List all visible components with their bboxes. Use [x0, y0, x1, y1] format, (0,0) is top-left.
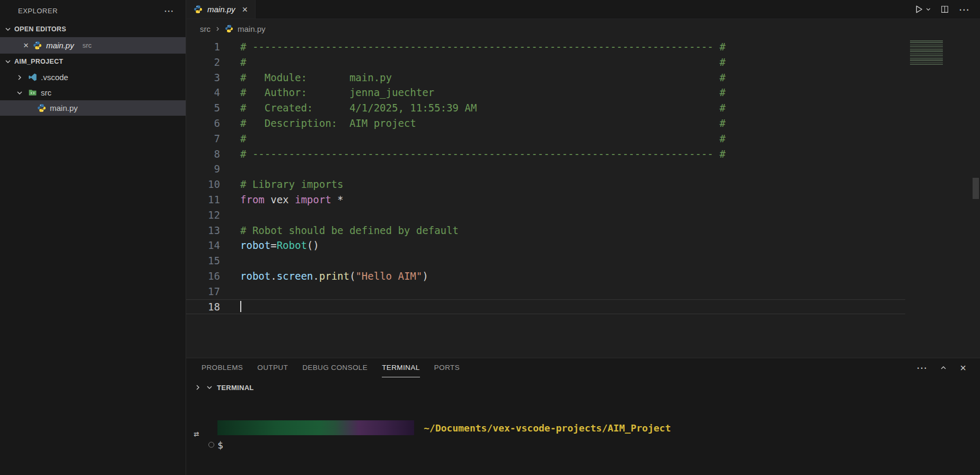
code-line[interactable]: 15	[186, 253, 905, 269]
code-token: print	[319, 270, 349, 282]
panel-tab-output[interactable]: OUTPUT	[257, 358, 288, 377]
text-cursor	[240, 301, 241, 312]
tree-item-src-folder[interactable]: src	[0, 85, 186, 100]
tab-close-icon[interactable]: ×	[242, 5, 248, 14]
command-decoration-icon[interactable]	[208, 442, 214, 448]
code-line[interactable]: 18	[186, 299, 905, 315]
breadcrumb-file[interactable]: main.py	[238, 24, 266, 33]
code-line[interactable]: 13# Robot should be defined by default	[186, 223, 905, 238]
tree-item-main-py[interactable]: main.py	[0, 100, 186, 116]
play-icon	[914, 4, 924, 14]
tree-item-label: .vscode	[41, 73, 68, 82]
line-number[interactable]: 18	[186, 299, 220, 315]
code-token: .	[313, 270, 319, 282]
python-file-icon	[37, 103, 46, 113]
code-token: Robot	[277, 239, 307, 251]
code-line[interactable]: 9	[186, 161, 905, 177]
line-number[interactable]: 14	[186, 238, 220, 253]
line-content: # #	[220, 131, 725, 146]
terminal-input-line[interactable]: $	[186, 437, 980, 453]
close-editor-icon[interactable]: ×	[23, 41, 29, 50]
line-number[interactable]: 2	[186, 55, 220, 70]
code-line[interactable]: 16robot.screen.print("Hello AIM")	[186, 269, 905, 284]
code-token: # Library imports	[240, 178, 343, 190]
panel-tab-problems[interactable]: PROBLEMS	[202, 358, 243, 377]
line-number[interactable]: 6	[186, 116, 220, 131]
line-number[interactable]: 8	[186, 146, 220, 162]
code-line[interactable]: 1# -------------------------------------…	[186, 39, 905, 55]
panel-tab-ports[interactable]: PORTS	[434, 358, 460, 377]
line-number[interactable]: 4	[186, 85, 220, 100]
code-token: # Robot should be defined by default	[240, 224, 459, 236]
code-token: # Created: 4/1/2025, 11:55:39 AM #	[240, 102, 725, 114]
code-line[interactable]: 6# Description: AIM project #	[186, 116, 905, 131]
code-token: robot	[240, 270, 270, 282]
explorer-more-actions-button[interactable]: ⋯	[161, 5, 177, 17]
code-editor[interactable]: 1# -------------------------------------…	[186, 39, 980, 358]
code-line[interactable]: 5# Created: 4/1/2025, 11:55:39 AM #	[186, 100, 905, 116]
line-content: # #	[220, 55, 725, 70]
tab-main-py[interactable]: main.py ×	[186, 0, 256, 19]
split-editor-button[interactable]	[940, 5, 949, 14]
terminal-section-header[interactable]: TERMINAL	[186, 377, 980, 398]
code-line[interactable]: 14robot=Robot()	[186, 238, 905, 253]
breadcrumb-folder[interactable]: src	[200, 24, 211, 33]
code-token: # --------------------------------------…	[240, 148, 725, 160]
line-number[interactable]: 15	[186, 253, 220, 269]
panel-close-button[interactable]: ×	[957, 361, 969, 374]
line-number[interactable]: 12	[186, 208, 220, 223]
code-token: screen	[277, 270, 313, 282]
code-line[interactable]: 12	[186, 208, 905, 223]
code-token: vex	[265, 194, 295, 205]
code-line[interactable]: 17	[186, 284, 905, 299]
line-number[interactable]: 9	[186, 161, 220, 177]
code-line[interactable]: 7# #	[186, 131, 905, 146]
code-line[interactable]: 2# #	[186, 55, 905, 70]
explorer-sidebar: EXPLORER ⋯ OPEN EDITORS × main.py src	[0, 0, 186, 475]
panel-tab-terminal[interactable]: TERMINAL	[382, 358, 419, 377]
tree-item-label: main.py	[50, 103, 78, 113]
panel-tab-debug-console[interactable]: DEBUG CONSOLE	[302, 358, 368, 377]
python-file-icon	[225, 24, 234, 33]
python-file-icon	[33, 41, 42, 50]
code-lines: 1# -------------------------------------…	[186, 39, 980, 314]
panel-maximize-button[interactable]	[939, 364, 948, 372]
line-number[interactable]: 3	[186, 70, 220, 85]
line-number[interactable]: 11	[186, 192, 220, 208]
line-number[interactable]: 13	[186, 223, 220, 238]
panel-more-actions-button[interactable]: ⋯	[913, 361, 930, 374]
chevron-right-icon	[214, 25, 221, 32]
code-token: from	[240, 194, 265, 205]
terminal[interactable]: ⇄ ~/Documents/vex-vscode-projects/AIM_Pr…	[186, 420, 980, 475]
line-content	[220, 253, 240, 269]
project-section-header[interactable]: AIM_PROJECT	[0, 54, 186, 70]
editor-more-actions-button[interactable]: ⋯	[958, 3, 970, 16]
code-line[interactable]: 8# -------------------------------------…	[186, 146, 905, 162]
line-content: # --------------------------------------…	[220, 146, 725, 162]
code-token: "Hello AIM"	[355, 270, 422, 282]
open-editor-item[interactable]: × main.py src	[0, 37, 186, 54]
line-number[interactable]: 10	[186, 177, 220, 192]
line-number[interactable]: 17	[186, 284, 220, 299]
code-token: .	[270, 270, 276, 282]
code-line[interactable]: 10# Library imports	[186, 177, 905, 192]
run-button[interactable]	[914, 4, 932, 14]
tree-item-vscode-folder[interactable]: .vscode	[0, 70, 186, 85]
open-editors-section-header[interactable]: OPEN EDITORS	[0, 21, 186, 37]
editor-scrollbar[interactable]	[973, 178, 979, 199]
line-number[interactable]: 1	[186, 39, 220, 55]
minimap[interactable]	[910, 40, 955, 65]
code-line[interactable]: 11from vex import *	[186, 192, 905, 208]
line-number[interactable]: 7	[186, 131, 220, 146]
chevron-down-icon	[205, 383, 214, 392]
terminal-section-label: TERMINAL	[217, 384, 254, 392]
line-number[interactable]: 5	[186, 100, 220, 116]
tab-bar: main.py × ⋯	[186, 0, 980, 19]
tree-item-label: src	[41, 88, 51, 97]
line-content	[220, 284, 240, 299]
line-number[interactable]: 16	[186, 269, 220, 284]
code-line[interactable]: 3# Module: main.py #	[186, 70, 905, 85]
vscode-window: EXPLORER ⋯ OPEN EDITORS × main.py src	[0, 0, 980, 475]
code-line[interactable]: 4# Author: jenna_juechter #	[186, 85, 905, 100]
code-token: # #	[240, 56, 725, 68]
